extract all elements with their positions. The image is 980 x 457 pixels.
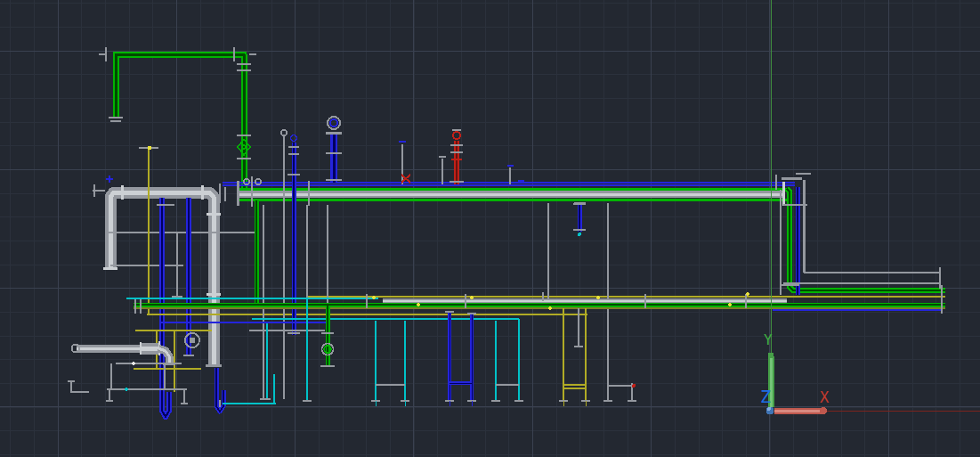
pump-area-circle-20: [126, 388, 127, 390]
yellow-lines-circle-2: [148, 146, 151, 150]
ucs-icon-circle-3: [821, 408, 827, 414]
ucs-icon-circle-1: [768, 353, 773, 358]
ucs-y-axis-label: Y: [764, 333, 773, 347]
ucs-z-axis-label: Z: [760, 388, 771, 405]
lower-rack-circle-20: [597, 297, 600, 299]
lower-rack-circle-19: [549, 307, 552, 310]
lower-rack-circle-22: [747, 293, 749, 296]
model-space-viewport[interactable]: Y Z X: [0, 0, 980, 457]
lower-rack-circle-17: [417, 304, 420, 306]
lower-rack-circle-16: [373, 297, 376, 299]
lower-rack-circle-18: [471, 297, 474, 299]
bottom-stations-circle-40: [633, 385, 636, 388]
viewport-background: [0, 0, 980, 457]
lower-rack-circle-21: [729, 304, 732, 306]
mid-verticals-circle-5: [579, 233, 581, 236]
cad-drawing-canvas[interactable]: [0, 0, 980, 457]
ucs-icon-circle-5: [768, 408, 771, 411]
pump-area-circle-18: [190, 338, 195, 343]
pump-area-circle-19: [133, 363, 134, 364]
ucs-x-axis-label: X: [820, 390, 829, 405]
